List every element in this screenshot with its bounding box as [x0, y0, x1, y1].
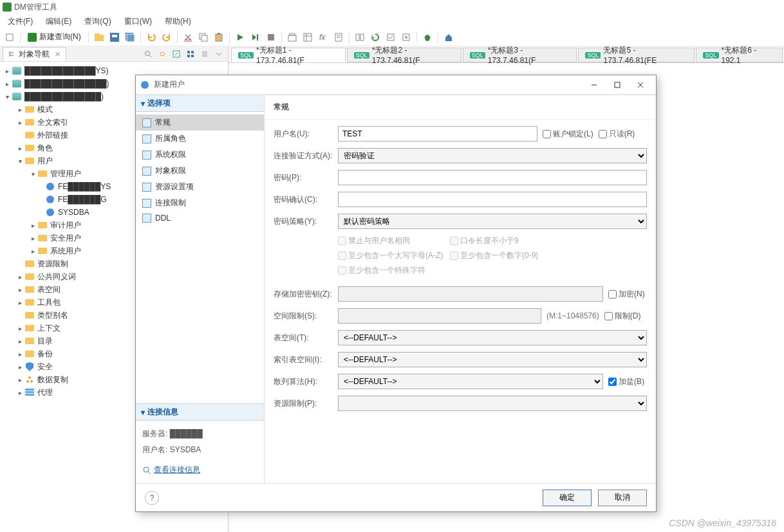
- cancel-button[interactable]: 取消: [598, 490, 647, 506]
- svg-rect-39: [187, 55, 190, 57]
- save-all-icon[interactable]: [123, 30, 137, 44]
- nav-link-icon[interactable]: [156, 48, 169, 60]
- tab-untitled3[interactable]: SQL*无标题3 - 173.7.46.81(F: [463, 48, 577, 62]
- svg-rect-16: [290, 33, 295, 35]
- open-icon[interactable]: [92, 30, 106, 44]
- policy-select[interactable]: 默认密码策略: [338, 214, 647, 229]
- minimize-button[interactable]: [583, 77, 606, 93]
- nav-collapse-icon[interactable]: [198, 48, 211, 60]
- close-icon[interactable]: ✕: [55, 50, 61, 59]
- commit-icon[interactable]: [384, 30, 398, 44]
- run-step-icon[interactable]: [248, 30, 263, 44]
- toolbar: 新建查询(N) fx: [0, 28, 784, 46]
- new-query-button[interactable]: 新建查询(N): [24, 32, 85, 42]
- svg-point-45: [26, 380, 29, 383]
- object-navigator-label: 对象导航: [19, 49, 50, 60]
- svg-text:fx: fx: [319, 33, 326, 42]
- object-navigator-tab[interactable]: 对象导航 ✕: [3, 47, 66, 61]
- space-input: [338, 308, 541, 324]
- watermark: CSDN @weixin_43975316: [669, 518, 776, 528]
- nav-resource[interactable]: 资源设置项: [136, 179, 264, 195]
- svg-rect-48: [615, 82, 620, 87]
- svg-rect-6: [127, 34, 135, 42]
- toolbox-icon-1[interactable]: [285, 30, 299, 44]
- save-icon[interactable]: [107, 30, 122, 44]
- app-icon: [3, 3, 12, 12]
- dialog-footer: ? 确定 取消: [136, 483, 656, 511]
- encrypt-checkbox[interactable]: 加密(N): [608, 289, 645, 300]
- auth-select[interactable]: 密码验证: [338, 148, 647, 163]
- paste-icon[interactable]: [212, 30, 226, 44]
- conn-section-header[interactable]: ▾连接信息: [136, 403, 264, 421]
- menu-edit[interactable]: 编辑(E): [39, 15, 78, 28]
- opt-len9: 口令长度不小于9: [450, 235, 566, 246]
- tab-untitled1[interactable]: SQL*无标题1 - 173.7.46.81(F: [231, 48, 346, 62]
- close-button[interactable]: [629, 77, 652, 93]
- nav-ddl[interactable]: DDL: [136, 211, 264, 225]
- nav-filter-icon[interactable]: [184, 48, 197, 60]
- maximize-button[interactable]: [606, 77, 629, 93]
- undo-icon[interactable]: [144, 30, 158, 44]
- script-icon[interactable]: [331, 30, 346, 44]
- stop-icon[interactable]: [264, 30, 278, 44]
- svg-rect-13: [257, 34, 258, 41]
- run-icon[interactable]: [233, 30, 247, 44]
- nav-section-header[interactable]: ▾选择项: [136, 95, 264, 112]
- dialog-nav: ▾选择项 常规 所属角色 系统权限 对象权限 资源设置项 连接限制 DDL ▾连…: [136, 95, 265, 483]
- cut-icon[interactable]: [181, 30, 195, 44]
- menu-help[interactable]: 帮助(H): [158, 15, 198, 28]
- table-icon[interactable]: [301, 30, 315, 44]
- tablespace-label: 表空间(T):: [274, 333, 333, 344]
- svg-line-35: [149, 55, 151, 57]
- menu-query[interactable]: 查询(Q): [78, 15, 117, 28]
- menu-window[interactable]: 窗口(W): [118, 15, 158, 28]
- readonly-checkbox[interactable]: 只读(R): [599, 129, 635, 140]
- nav-roles[interactable]: 所属角色: [136, 131, 264, 147]
- search-icon: [142, 466, 151, 475]
- rollback-icon[interactable]: [399, 30, 413, 44]
- bug-icon[interactable]: [420, 30, 434, 44]
- tab-untitled5[interactable]: SQL无标题5 - 173.7.46.81(FE: [578, 48, 695, 62]
- svg-rect-17: [304, 33, 312, 41]
- limit-checkbox[interactable]: 限制(D): [604, 311, 641, 322]
- redo-icon[interactable]: [160, 30, 174, 44]
- view-conn-link[interactable]: 查看连接信息: [154, 464, 200, 475]
- nav-menu-icon[interactable]: [212, 48, 225, 60]
- space-label: 空间限制(S):: [274, 311, 333, 322]
- toolbar-btn-1[interactable]: [3, 30, 17, 44]
- compare-icon[interactable]: [353, 30, 367, 44]
- svg-point-46: [30, 380, 33, 383]
- refresh-icon[interactable]: [368, 30, 382, 44]
- home-icon[interactable]: [442, 30, 456, 44]
- nav-edit-icon[interactable]: [170, 48, 183, 60]
- help-button[interactable]: ?: [145, 491, 159, 505]
- opt-digit: 至少包含一个数字(0-9): [450, 250, 566, 261]
- password-input[interactable]: [338, 170, 647, 185]
- nav-obj-priv[interactable]: 对象权限: [136, 163, 264, 179]
- copy-icon[interactable]: [196, 30, 210, 44]
- hash-select[interactable]: <--DEFAULT-->: [338, 374, 603, 389]
- svg-rect-38: [191, 51, 194, 53]
- policy-label: 密码策略(Y):: [274, 216, 333, 227]
- nav-search-icon[interactable]: [142, 48, 154, 60]
- nav-conn-limit[interactable]: 连接限制: [136, 195, 264, 211]
- index-tablespace-select[interactable]: <--DEFAULT-->: [338, 352, 647, 367]
- salt-checkbox[interactable]: 加盐(B): [608, 376, 644, 387]
- function-icon[interactable]: fx: [316, 30, 330, 44]
- password-confirm-input[interactable]: [338, 192, 647, 207]
- conn-info: 服务器: ██████ 用户名: SYSDBA 查看连接信息: [136, 421, 264, 483]
- dialog-titlebar[interactable]: 新建用户: [136, 75, 656, 95]
- nav-sys-priv[interactable]: 系统权限: [136, 147, 264, 163]
- tab-untitled2[interactable]: SQL*无标题2 - 173.7.46.81(F: [347, 48, 462, 62]
- tablespace-select[interactable]: <--DEFAULT-->: [338, 330, 647, 345]
- ok-button[interactable]: 确定: [543, 490, 592, 506]
- menu-file[interactable]: 文件(F): [1, 15, 39, 28]
- nav-general[interactable]: 常规: [136, 115, 264, 131]
- tab-untitled6[interactable]: SQL*无标题6 - 192.1: [696, 48, 783, 62]
- reslimit-select[interactable]: [338, 396, 647, 411]
- username-input[interactable]: [338, 126, 537, 142]
- lock-account-checkbox[interactable]: 账户锁定(L): [543, 129, 593, 140]
- app-titlebar: DM管理工具: [0, 0, 784, 14]
- new-user-dialog: 新建用户 ▾选择项 常规 所属角色 系统权限 对象权限 资源设置项 连接限制 D…: [135, 75, 657, 512]
- dialog-title: 新建用户: [154, 79, 583, 90]
